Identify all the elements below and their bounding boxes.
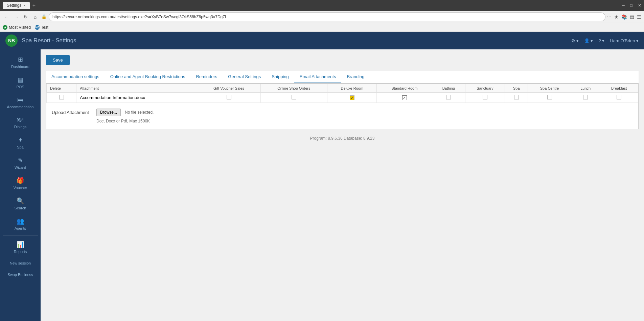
col-breakfast: Breakfast [600, 84, 638, 93]
sidebar-divider [3, 235, 38, 236]
attachments-table: Delete Attachment Gift Voucher Sales Onl… [46, 84, 638, 103]
tab-general-settings[interactable]: General Settings [223, 71, 266, 83]
browser-tab[interactable]: Settings × [3, 2, 30, 9]
content-area: Save Accommodation settings Online and A… [41, 49, 644, 321]
row-online-shop-cell [260, 93, 327, 103]
file-selected-label: No file selected. [125, 110, 154, 115]
sidebar-label-wizard: Wizard [15, 165, 26, 169]
lunch-checkbox[interactable] [583, 95, 588, 99]
username-button[interactable]: Liam O'Brien ▾ [610, 38, 639, 43]
col-spa: Spa [505, 84, 528, 93]
bookmarks-icon[interactable]: ⋯ [607, 14, 612, 20]
agents-icon: 👥 [17, 217, 24, 225]
pos-icon: ▦ [18, 76, 23, 84]
browse-button[interactable]: Browse... [96, 109, 121, 116]
sidebar-item-dashboard[interactable]: ⊞ Dashboard [1, 52, 39, 72]
maximize-button[interactable]: □ [630, 3, 632, 8]
online-shop-checkbox[interactable] [292, 95, 296, 99]
tab-accommodation-settings[interactable]: Accommodation settings [46, 71, 105, 83]
col-gift-voucher-sales: Gift Voucher Sales [197, 84, 260, 93]
forward-button[interactable]: → [12, 13, 20, 21]
breakfast-checkbox[interactable] [617, 95, 621, 99]
accommodation-icon: 🛏 [17, 96, 23, 104]
col-deluxe-room: Deluxe Room [327, 84, 377, 93]
tab-close-button[interactable]: × [23, 3, 25, 7]
close-window-button[interactable]: ✕ [638, 3, 641, 8]
reload-button[interactable]: ↻ [22, 13, 30, 21]
sidebar-item-dinings[interactable]: 🍽 Dinings [1, 113, 39, 132]
standard-room-checkbox[interactable]: ✓ [402, 95, 407, 100]
sidebar-label-search: Search [15, 206, 26, 210]
sidebar-label-accommodation: Accommodation [7, 105, 34, 109]
row-spa-cell [505, 93, 528, 103]
username-label: Liam O'Brien [610, 38, 635, 43]
delete-checkbox[interactable] [59, 95, 64, 99]
attachment-filename: Accommodation Information.docx [80, 95, 145, 100]
sidebar-label-spa: Spa [17, 145, 24, 149]
save-button[interactable]: Save [46, 55, 70, 65]
tab-email-attachments[interactable]: Email Attachments [294, 71, 342, 83]
sidebar-label-dashboard: Dashboard [11, 65, 29, 69]
settings-icon-button[interactable]: ⚙ ▾ [571, 38, 579, 43]
tab-shipping[interactable]: Shipping [266, 71, 294, 83]
tab-reminders[interactable]: Reminders [190, 71, 223, 83]
table-row: Accommodation Information.docx ✓ [47, 93, 638, 103]
sidebar-item-wizard[interactable]: ✎ Wizard [1, 153, 39, 173]
col-standard-room: Standard Room [377, 84, 432, 93]
spa-checkbox[interactable] [514, 95, 519, 99]
help-icon-button[interactable]: ? ▾ [598, 38, 604, 43]
wizard-icon: ✎ [18, 157, 23, 164]
menu-icon[interactable]: ☰ [637, 14, 641, 20]
user-dropdown-arrow: ▾ [591, 38, 593, 43]
sidebar-item-new-session[interactable]: New session [1, 258, 39, 269]
col-bathing: Bathing [432, 84, 465, 93]
sidebar-label-voucher: Voucher [14, 186, 27, 190]
star-icon[interactable]: ★ [614, 14, 619, 20]
address-bar[interactable] [49, 13, 605, 21]
bathing-checkbox[interactable] [446, 95, 451, 99]
sidebar-item-swap-business[interactable]: Swap Business [1, 269, 39, 280]
tab-navigation: Accommodation settings Online and Agent … [46, 71, 639, 84]
upload-row: Upload Attachment Browse... No file sele… [52, 109, 633, 116]
sidebar-item-spa[interactable]: ✦ Spa [1, 133, 39, 153]
bookmark-test[interactable]: NB Test [35, 25, 48, 30]
gift-voucher-checkbox[interactable] [227, 95, 231, 99]
bookmarks-bar: ★ Most Visited NB Test [0, 23, 644, 32]
new-tab-button[interactable]: + [32, 2, 36, 8]
main-layout: ⊞ Dashboard ▦ POS 🛏 Accommodation 🍽 Dini… [0, 49, 644, 321]
username-dropdown-arrow: ▾ [636, 38, 639, 43]
back-button[interactable]: ← [3, 13, 11, 21]
sidebar-item-voucher[interactable]: 🎁 Voucher [1, 174, 39, 193]
col-spa-centre: Spa Centre [528, 84, 571, 93]
tab-online-agent-booking[interactable]: Online and Agent Booking Restrictions [105, 71, 191, 83]
home-button[interactable]: ⌂ [31, 13, 39, 21]
col-online-shop-orders: Online Shop Orders [260, 84, 327, 93]
tab-branding[interactable]: Branding [341, 71, 370, 83]
spa-icon: ✦ [18, 136, 23, 144]
bookmark-list-icon[interactable]: 📚 [621, 14, 627, 20]
user-icon: 👤 [584, 38, 590, 43]
attachments-table-container: Delete Attachment Gift Voucher Sales Onl… [46, 84, 639, 129]
sidebar-item-agents[interactable]: 👥 Agents [1, 214, 39, 234]
sidebar-label-pos: POS [16, 85, 24, 89]
row-lunch-cell [571, 93, 600, 103]
browser-toolbar: ← → ↻ ⌂ 🔒 ⋯ ★ 📚 ▤ ☰ [0, 11, 644, 23]
sidebar-label-dinings: Dinings [14, 125, 27, 129]
sidebar-toggle-icon[interactable]: ▤ [630, 14, 634, 20]
minimize-button[interactable]: ─ [622, 3, 625, 8]
row-spa-centre-cell [528, 93, 571, 103]
sidebar-item-accommodation[interactable]: 🛏 Accommodation [1, 93, 39, 112]
row-bathing-cell [432, 93, 465, 103]
col-delete: Delete [47, 84, 76, 93]
deluxe-room-checkbox[interactable]: ✓ [350, 95, 354, 100]
user-icon-button[interactable]: 👤 ▾ [584, 38, 593, 43]
spa-centre-checkbox[interactable] [547, 95, 552, 99]
sidebar-label-new-session: New session [10, 261, 31, 265]
sidebar-item-search[interactable]: 🔍 Search [1, 194, 39, 213]
sidebar-item-pos[interactable]: ▦ POS [1, 73, 39, 92]
app-container: NB Spa Resort - Settings ⚙ ▾ 👤 ▾ ? ▾ Lia… [0, 32, 644, 321]
bookmark-most-visited[interactable]: ★ Most Visited [3, 25, 31, 30]
sidebar-item-reports[interactable]: 📊 Reports [1, 237, 39, 257]
sanctuary-checkbox[interactable] [483, 95, 487, 99]
reports-icon: 📊 [17, 241, 24, 248]
